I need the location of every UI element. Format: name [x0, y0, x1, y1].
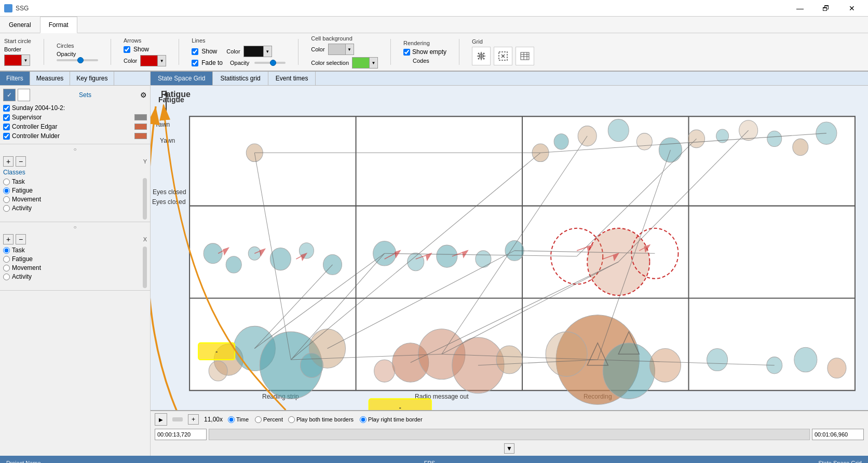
restore-button[interactable]: 🗗	[814, 0, 838, 17]
grid-tabs: State Space Grid Statitistics grid Event…	[151, 72, 868, 86]
set-checkbox-2[interactable]	[3, 124, 10, 130]
right-border-radio[interactable]	[360, 416, 367, 423]
add-timeline-button[interactable]: +	[188, 414, 199, 425]
grid-icon-2[interactable]	[494, 47, 512, 65]
arrows-color-swatch	[141, 56, 157, 66]
time-progress-bar[interactable]	[209, 429, 810, 440]
arrows-color-row: Color ▼	[124, 55, 166, 66]
start-circle-color-swatch	[5, 55, 21, 65]
timeline-bar[interactable]	[172, 417, 183, 421]
grid-icon-1[interactable]	[472, 47, 491, 65]
arrows-dropdown-arrow[interactable]: ▼	[157, 56, 166, 66]
x-scrollbar[interactable]	[143, 247, 147, 288]
lines-color-button[interactable]: ▼	[243, 46, 272, 57]
cell-bg-color-row: Color ▼	[311, 44, 378, 55]
opacity-slider[interactable]	[57, 59, 98, 61]
lines-opacity-slider[interactable]	[254, 62, 286, 64]
lines-show-label: Show	[201, 48, 217, 55]
y-scrollbar[interactable]	[143, 178, 147, 220]
classes-title: Classes	[3, 169, 25, 176]
y-option-label-2: Movement	[12, 196, 41, 203]
svg-point-6	[483, 58, 485, 60]
opacity-slider-thumb[interactable]	[77, 57, 84, 63]
start-circle-color-button[interactable]: ▼	[4, 55, 30, 66]
set-checkbox-0[interactable]	[3, 105, 10, 112]
tab-key-figures[interactable]: Key figures	[70, 72, 114, 85]
border-row: Border	[4, 46, 31, 52]
x-radio-1[interactable]	[3, 256, 10, 263]
expand-timeline-button[interactable]: ▼	[504, 443, 514, 454]
set-label-0: Sunday 2004-10-2:	[12, 104, 65, 112]
circle-19	[828, 358, 846, 378]
x-add-button[interactable]: +	[3, 234, 13, 244]
y-radio-3[interactable]	[3, 205, 10, 212]
svg-point-45	[793, 139, 808, 155]
y-remove-button[interactable]: −	[16, 156, 26, 167]
x-option-label-1: Fatigue	[12, 255, 33, 263]
cell-background-label: Cell background	[311, 35, 378, 42]
cell-selection-dropdown-arrow[interactable]: ▼	[369, 58, 377, 68]
arrows-show-checkbox[interactable]	[124, 46, 130, 53]
timeline-controls: ▶ + 11,00x Time Percent	[155, 413, 864, 426]
timeline-area: ▶ + 11,00x Time Percent	[151, 410, 868, 456]
start-circle-dropdown-arrow[interactable]: ▼	[21, 55, 30, 65]
cell-bg-color-button[interactable]: ▼	[328, 44, 354, 55]
time-radio[interactable]	[228, 416, 235, 423]
sets-icon-blank[interactable]	[18, 89, 30, 101]
y-option-label-0: Task	[12, 178, 25, 185]
y-axis-label: Y	[143, 158, 147, 165]
lines-dropdown-arrow[interactable]: ▼	[263, 46, 272, 57]
cell-bg-dropdown-arrow[interactable]: ▼	[345, 44, 354, 55]
both-borders-radio[interactable]	[288, 416, 295, 423]
end-time-input[interactable]	[812, 429, 864, 440]
set-checkbox-3[interactable]	[3, 133, 10, 140]
left-tabs: Filters Measures Key figures	[0, 72, 150, 86]
y-radio-1[interactable]	[3, 187, 10, 194]
tab-statistics-grid[interactable]: Statitistics grid	[213, 72, 268, 85]
svg-point-21	[204, 243, 222, 264]
circle-13	[603, 343, 655, 399]
title-bar: SSG — 🗗 ✕	[0, 0, 868, 17]
tab-format[interactable]: Format	[40, 17, 77, 33]
settings-gear-icon[interactable]: ⚙	[140, 91, 147, 99]
y-radio-2[interactable]	[3, 196, 10, 203]
arrows-color-button[interactable]: ▼	[140, 55, 166, 66]
svg-point-38	[608, 119, 629, 142]
set-label-1: Supervisor	[12, 114, 42, 121]
play-button[interactable]: ▶	[155, 413, 167, 426]
grid-icon-3[interactable]	[516, 47, 534, 65]
start-time-input[interactable]	[155, 429, 207, 440]
x-radio-0[interactable]	[3, 247, 10, 254]
y-axis-title-label: Fatigue	[161, 90, 191, 99]
x-radio-2[interactable]	[3, 265, 10, 271]
cell-selection-button[interactable]: ▼	[352, 57, 378, 69]
lines-opacity-thumb[interactable]	[270, 60, 276, 66]
circle-10	[374, 360, 395, 382]
window-controls: — 🗗 ✕	[788, 0, 864, 17]
sets-icon-check[interactable]: ✓	[3, 89, 16, 101]
y-add-button[interactable]: +	[3, 156, 13, 167]
tab-filters[interactable]: Filters	[0, 72, 30, 85]
state-space-grid-svg: Yawn Eyes closed Fatigue Reading strip R…	[151, 86, 868, 410]
y-add-remove: + −	[3, 156, 26, 167]
x-remove-button[interactable]: −	[16, 234, 26, 244]
close-button[interactable]: ✕	[840, 0, 864, 17]
y-option-label-3: Activity	[12, 205, 32, 212]
tab-state-space-grid[interactable]: State Space Grid	[151, 72, 213, 85]
tab-general[interactable]: General	[0, 17, 40, 33]
show-empty-label: Show empty	[412, 48, 446, 56]
lines-fade-label: Fade to	[201, 59, 223, 66]
set-item-3: Controller Mulder	[3, 131, 147, 141]
lines-fade-checkbox[interactable]	[192, 60, 198, 66]
y-radio-0[interactable]	[3, 179, 10, 185]
x-radio-3[interactable]	[3, 274, 10, 280]
lines-show-checkbox[interactable]	[192, 48, 198, 55]
percent-radio[interactable]	[255, 416, 262, 423]
set-checkbox-1[interactable]	[3, 114, 10, 121]
tab-event-times[interactable]: Event times	[268, 72, 316, 85]
tab-measures[interactable]: Measures	[30, 72, 71, 85]
svg-point-46	[816, 122, 837, 144]
show-empty-checkbox[interactable]	[403, 49, 410, 56]
x-option-label-0: Task	[12, 247, 25, 254]
minimize-button[interactable]: —	[788, 0, 812, 17]
